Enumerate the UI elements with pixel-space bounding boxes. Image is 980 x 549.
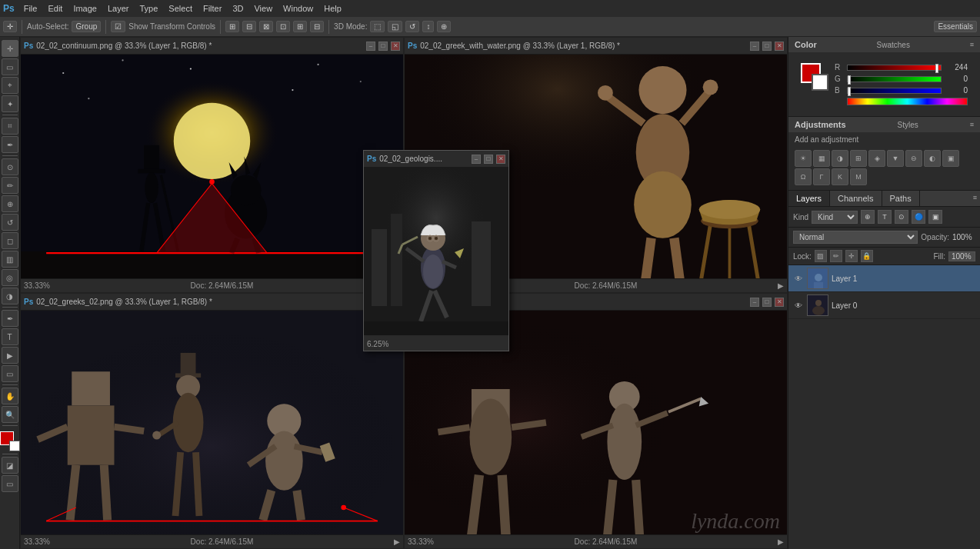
minimize-btn-2[interactable]: –	[750, 42, 759, 51]
posterize-adj[interactable]: K	[832, 168, 848, 185]
layers-tab[interactable]: Layers	[788, 191, 830, 206]
styles-tab[interactable]: Styles	[898, 121, 918, 129]
spectrum-bar[interactable]	[847, 98, 968, 105]
filter-icon-5[interactable]: ▣	[928, 210, 942, 224]
clone-tool[interactable]: ⊕	[2, 195, 18, 212]
b-thumb[interactable]	[848, 87, 851, 96]
maximize-btn-1[interactable]: □	[378, 42, 388, 51]
magic-wand-tool[interactable]: ✦	[2, 95, 18, 112]
align-btn-3[interactable]: ⊠	[259, 21, 273, 32]
lasso-tool[interactable]: ⌖	[2, 77, 18, 94]
channels-tab[interactable]: Channels	[830, 191, 882, 206]
nav-arrow-3[interactable]: ▶	[394, 537, 400, 546]
photo-filter-adj[interactable]: ▣	[942, 150, 959, 167]
minimize-btn-4[interactable]: –	[750, 298, 759, 307]
close-btn-1[interactable]: ✕	[391, 42, 400, 51]
maximize-btn-4[interactable]: □	[762, 298, 772, 307]
menu-select[interactable]: Select	[164, 2, 197, 15]
minimize-btn-1[interactable]: –	[366, 42, 375, 51]
brightness-adj[interactable]: ☀	[795, 150, 812, 167]
bw-adj[interactable]: ◐	[924, 150, 941, 167]
close-btn-4[interactable]: ✕	[775, 298, 784, 307]
threshold-adj[interactable]: M	[850, 168, 867, 185]
align-btn-6[interactable]: ⊟	[310, 21, 324, 32]
layer-row-1[interactable]: 👁 Layer 1	[788, 265, 980, 292]
crop-tool[interactable]: ⌗	[2, 118, 18, 135]
vibrance-adj[interactable]: ◈	[868, 150, 885, 167]
filter-icon-1[interactable]: ⊕	[861, 210, 875, 224]
gradient-tool[interactable]: ▥	[2, 251, 18, 268]
r-slider[interactable]	[847, 65, 942, 71]
align-btn-1[interactable]: ⊞	[225, 21, 239, 32]
menu-image[interactable]: Image	[68, 2, 102, 15]
move-tool[interactable]: ✛	[2, 40, 18, 57]
menu-layer[interactable]: Layer	[103, 2, 134, 15]
color-panel-header[interactable]: Color Swatches ≡	[788, 37, 980, 52]
blend-mode-select[interactable]: Normal	[793, 231, 918, 244]
align-btn-2[interactable]: ⊟	[242, 21, 256, 32]
color-panel-menu[interactable]: ≡	[970, 41, 974, 48]
color-balance-adj[interactable]: ⊖	[905, 150, 922, 167]
menu-view[interactable]: View	[249, 2, 277, 15]
eyedropper-tool[interactable]: ✒	[2, 136, 18, 153]
menu-type[interactable]: Type	[135, 2, 163, 15]
history-brush-tool[interactable]: ↺	[2, 214, 18, 231]
menu-filter[interactable]: Filter	[198, 2, 226, 15]
group-select[interactable]: Group	[72, 21, 101, 32]
essentials-dropdown[interactable]: Essentials	[934, 21, 977, 32]
g-thumb[interactable]	[848, 75, 851, 85]
background-color[interactable]	[9, 441, 20, 451]
3d-btn-4[interactable]: ↕	[422, 21, 434, 32]
swatches-tab[interactable]: Swatches	[877, 41, 910, 49]
b-slider[interactable]	[847, 88, 942, 94]
menu-edit[interactable]: Edit	[43, 2, 67, 15]
adjustments-header[interactable]: Adjustments Styles ≡	[788, 117, 980, 132]
blur-tool[interactable]: ◎	[2, 269, 18, 286]
lock-transparent[interactable]: ▨	[815, 250, 827, 262]
lock-position[interactable]: ✛	[845, 250, 858, 262]
align-btn-5[interactable]: ⊞	[293, 21, 307, 32]
eraser-tool[interactable]: ◻	[2, 232, 18, 249]
layer-visibility-0[interactable]: 👁	[793, 300, 804, 311]
filter-icon-2[interactable]: T	[878, 210, 892, 224]
layers-menu-icon[interactable]: ≡	[970, 191, 980, 206]
maximize-btn-2[interactable]: □	[762, 42, 772, 51]
nav-arrow-2[interactable]: ▶	[778, 281, 784, 290]
brush-tool[interactable]: ✏	[2, 177, 18, 194]
exposure-adj[interactable]: ⊞	[850, 150, 867, 167]
spot-heal-tool[interactable]: ⊙	[2, 158, 18, 175]
type-tool[interactable]: T	[2, 328, 18, 345]
screen-mode-btn[interactable]: ▭	[2, 475, 18, 492]
menu-window[interactable]: Window	[278, 2, 318, 15]
3d-btn-1[interactable]: ⬚	[370, 21, 385, 32]
menu-3d[interactable]: 3D	[228, 2, 248, 15]
layer-row-0[interactable]: 👁 Layer 0	[788, 292, 980, 319]
show-transform-check[interactable]: ☑	[111, 21, 125, 32]
adjustments-menu[interactable]: ≡	[970, 121, 974, 128]
floating-maximize[interactable]: □	[484, 155, 493, 164]
selection-tool[interactable]: ▭	[2, 58, 18, 75]
hsl-adj[interactable]: ▼	[887, 150, 904, 167]
menu-help[interactable]: Help	[319, 2, 346, 15]
shape-tool[interactable]: ▭	[2, 365, 18, 382]
dodge-tool[interactable]: ◑	[2, 288, 18, 304]
pen-tool[interactable]: ✒	[2, 310, 18, 327]
floating-minimize[interactable]: –	[472, 155, 481, 164]
curves-adj[interactable]: ◑	[832, 150, 848, 167]
3d-btn-5[interactable]: ⊕	[437, 21, 451, 32]
levels-adj[interactable]: ▦	[813, 150, 830, 167]
kind-select[interactable]: Kind	[812, 211, 858, 224]
floating-close[interactable]: ✕	[496, 155, 505, 164]
3d-btn-2[interactable]: ◱	[388, 21, 402, 32]
3d-btn-3[interactable]: ↺	[405, 21, 419, 32]
menu-file[interactable]: File	[19, 2, 42, 15]
path-select-tool[interactable]: ▶	[2, 347, 18, 364]
lock-pixels[interactable]: ✏	[830, 250, 842, 262]
nav-arrow-4[interactable]: ▶	[778, 537, 784, 546]
close-btn-2[interactable]: ✕	[775, 42, 784, 51]
quick-mask-btn[interactable]: ◪	[2, 457, 18, 474]
align-btn-4[interactable]: ⊡	[276, 21, 290, 32]
filter-icon-3[interactable]: ⊙	[895, 210, 908, 224]
channel-mix-adj[interactable]: Ω	[795, 168, 812, 185]
r-thumb[interactable]	[935, 64, 938, 73]
